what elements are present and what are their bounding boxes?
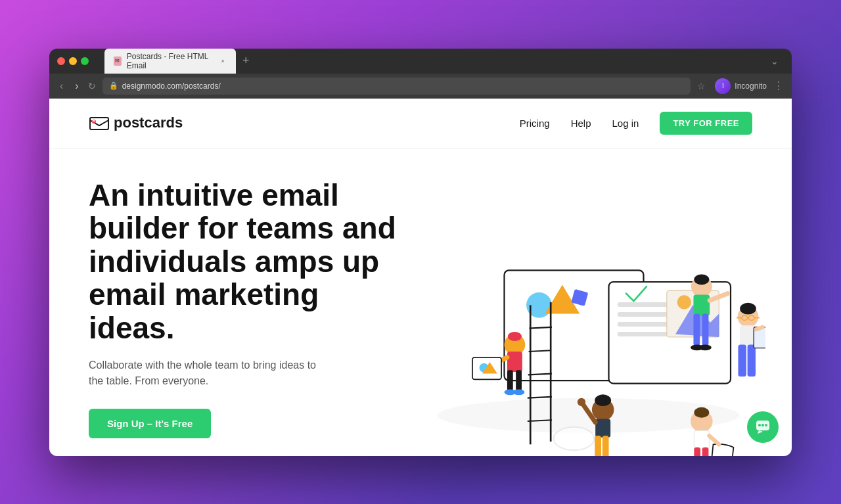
close-button[interactable]	[57, 57, 65, 65]
svg-rect-65	[694, 447, 700, 455]
svg-rect-64	[694, 430, 709, 449]
svg-rect-26	[516, 370, 522, 390]
tab-favicon: ✉	[114, 57, 122, 66]
svg-point-63	[694, 407, 709, 417]
titlebar: ✉ Postcards - Free HTML Email × + ⌄	[49, 49, 792, 74]
url-bar[interactable]: 🔒 designmodo.com/postcards/	[102, 78, 691, 95]
svg-point-40	[698, 344, 711, 350]
url-text: designmodo.com/postcards/	[122, 81, 221, 91]
svg-point-23	[508, 331, 522, 340]
maximize-button[interactable]	[81, 57, 89, 65]
chat-button[interactable]	[747, 411, 779, 443]
svg-rect-58	[595, 436, 601, 456]
nav-links: Pricing Help Log in TRY FOR FREE	[520, 112, 752, 135]
try-free-button[interactable]: TRY FOR FREE	[660, 112, 752, 135]
hero-illustration	[417, 162, 765, 456]
refresh-button[interactable]: ↻	[88, 81, 96, 91]
svg-point-13	[677, 295, 691, 309]
more-button[interactable]: ⋮	[773, 80, 784, 92]
svg-point-73	[761, 424, 764, 426]
hero-subtitle: Collaborate with the whole team to bring…	[89, 357, 325, 389]
tab-bar: ✉ Postcards - Free HTML Email × +	[104, 49, 255, 74]
svg-line-52	[756, 327, 763, 329]
svg-rect-50	[748, 344, 756, 377]
tab-title: Postcards - Free HTML Email	[127, 52, 214, 70]
logo-icon	[89, 115, 110, 131]
website-content: postcards Pricing Help Log in TRY FOR FR…	[49, 99, 792, 456]
svg-rect-24	[507, 352, 522, 372]
tab-menu-button[interactable]: ⌄	[765, 56, 784, 66]
hero-cta-button[interactable]: Sign Up – It's Free	[89, 409, 211, 438]
traffic-lights	[57, 57, 89, 65]
browser-window: ✉ Postcards - Free HTML Email × + ⌄ ‹ › …	[49, 49, 792, 456]
svg-point-72	[758, 424, 761, 426]
bookmark-button[interactable]: ☆	[697, 81, 706, 91]
svg-line-69	[709, 436, 719, 444]
hero-left: An intuitive email builder for teams and…	[89, 179, 404, 439]
hero-title: An intuitive email builder for teams and…	[89, 179, 404, 345]
help-link[interactable]: Help	[571, 118, 591, 129]
profile-area: I Incognito	[715, 78, 767, 94]
profile-label: Incognito	[735, 81, 767, 91]
hero-illustration-container	[404, 162, 752, 456]
pricing-link[interactable]: Pricing	[520, 118, 550, 129]
svg-point-34	[694, 274, 709, 285]
logo[interactable]: postcards	[89, 114, 183, 131]
logo-text: postcards	[114, 114, 183, 131]
site-nav: postcards Pricing Help Log in TRY FOR FR…	[49, 99, 792, 149]
svg-rect-0	[90, 118, 108, 129]
svg-point-70	[554, 426, 595, 449]
hero-section: An intuitive email builder for teams and…	[49, 149, 792, 456]
active-tab[interactable]: ✉ Postcards - Free HTML Email ×	[104, 49, 236, 74]
svg-rect-10	[618, 331, 670, 336]
svg-rect-49	[738, 344, 746, 377]
svg-rect-59	[602, 436, 609, 456]
svg-rect-25	[507, 370, 513, 390]
svg-point-54	[595, 394, 611, 406]
svg-point-42	[740, 302, 756, 314]
svg-rect-37	[693, 313, 700, 346]
lock-icon: 🔒	[109, 81, 118, 90]
svg-point-57	[578, 398, 585, 405]
svg-point-28	[513, 389, 525, 395]
svg-rect-55	[595, 419, 610, 437]
svg-rect-38	[702, 313, 709, 346]
login-link[interactable]: Log in	[612, 118, 639, 129]
tab-close-button[interactable]: ×	[219, 57, 227, 66]
minimize-button[interactable]	[69, 57, 77, 65]
chat-icon	[755, 419, 771, 435]
profile-avatar[interactable]: I	[715, 78, 731, 94]
svg-rect-66	[702, 447, 709, 455]
forward-button[interactable]: ›	[72, 79, 81, 93]
back-button[interactable]: ‹	[57, 79, 66, 93]
svg-rect-35	[693, 294, 710, 315]
svg-point-74	[765, 424, 767, 426]
addressbar: ‹ › ↻ 🔒 designmodo.com/postcards/ ☆ I In…	[49, 74, 792, 99]
new-tab-button[interactable]: +	[237, 54, 255, 68]
